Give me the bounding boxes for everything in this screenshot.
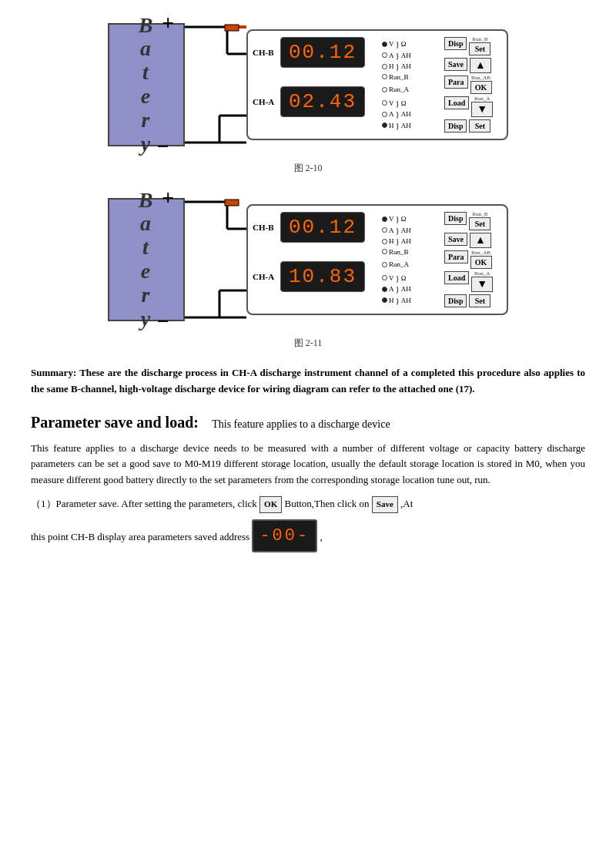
chb-label1: CH-B [253, 48, 277, 57]
buttons1: Disp Run_B Set Save ▲ Para Run_AB O [444, 37, 502, 133]
step2-pre-text: this point CH-B display area parameters … [31, 531, 249, 542]
step1-post-text: ,At [400, 498, 413, 509]
set-btn2-2[interactable]: Set [469, 294, 490, 307]
cha-row1: CH-A 02.43 [253, 86, 377, 117]
chb-display1: 00.12 [280, 37, 365, 68]
cha-ah1: AH [401, 110, 411, 118]
runa-label-above2: Run_A [474, 271, 490, 277]
cha-display1: 02.43 [280, 86, 365, 117]
device-panel2: CH-B 00.12 CH-A 10.83 V } Ω [246, 204, 508, 315]
btn-row2-3: Para Run_AB OK [444, 250, 502, 269]
cha-h-dot1 [382, 123, 387, 128]
parameter-heading-line: Parameter save and load: This feature ap… [31, 410, 585, 435]
up-btn1[interactable]: ▲ [470, 58, 491, 73]
omega1: Ω [401, 40, 407, 48]
a-dot2 [382, 227, 387, 233]
btn-row2-1: Disp Run_B Set [444, 212, 502, 230]
set-btn1[interactable]: Set [469, 42, 490, 55]
down-btn2[interactable]: ▼ [471, 277, 493, 292]
ok-btn2[interactable]: OK [470, 256, 492, 269]
battery2-text: Batery [139, 189, 155, 331]
btn-row1-3: Para Run_AB OK [444, 76, 502, 94]
device-panel1: CH-B 00.12 CH-A 02.43 V } Ω [246, 29, 508, 140]
runb-label2: Run_B [389, 248, 409, 256]
save-btn2[interactable]: Save [444, 233, 467, 246]
cha-ah2: AH [401, 285, 411, 293]
load-btn2[interactable]: Load [444, 271, 469, 284]
cha-display2: 10.83 [280, 261, 365, 292]
channels1: CH-B 00.12 CH-A 02.43 [253, 37, 377, 133]
caption1: 图 2-10 [294, 162, 323, 175]
disp-btn2-1[interactable]: Disp [444, 212, 467, 225]
v-label2: V [389, 215, 394, 223]
ok-with-label2: Run_AB OK [470, 250, 492, 269]
plus-terminal2: + [162, 186, 176, 210]
cha-v-dot1 [382, 100, 387, 106]
up-btn2[interactable]: ▲ [470, 233, 491, 248]
chb-display2: 00.12 [280, 212, 365, 243]
h-dot1 [382, 64, 387, 69]
wiring2-svg [185, 190, 246, 329]
chb-row2: CH-B 00.12 [253, 212, 377, 243]
a-dot1 [382, 52, 387, 58]
disp-btn1-2[interactable]: Disp [444, 119, 467, 133]
caption2: 图 2-11 [294, 337, 323, 350]
address-display: -00- [252, 519, 317, 552]
omega2: Ω [401, 215, 407, 223]
cha-a-dot2 [382, 287, 387, 292]
diagram2-wrapper: Batery + − CH-B [108, 190, 508, 329]
set-btn1-1: Run_B Set [469, 37, 490, 55]
cha-omega1: Ω [401, 99, 407, 107]
runb-dot1 [382, 74, 387, 79]
diagram1-section: Batery + − [31, 15, 585, 175]
cha-a2: A [389, 285, 394, 293]
channels2: CH-B 00.12 CH-A 10.83 [253, 212, 377, 307]
down-with-label2: Run_A ▼ [471, 271, 493, 292]
step2-post-text: , [320, 531, 322, 542]
cha-row2: CH-A 10.83 [253, 261, 377, 292]
step1-mid-text: Button,Then click on [284, 498, 369, 509]
runab-label1: Run_AB [471, 76, 490, 81]
runa-label2: Run_A [389, 260, 409, 268]
a-label2: A [389, 227, 394, 234]
summary-paragraph: Summary: These are the discharge process… [31, 365, 585, 398]
btn-row1-4: Load Run_A ▼ [444, 96, 502, 117]
runb-label-above2: Run_B [473, 212, 488, 217]
ah1: AH [401, 52, 411, 59]
cha-h-dot2 [382, 297, 387, 303]
ok-btn1[interactable]: OK [470, 81, 492, 94]
save-inline-btn[interactable]: Save [372, 496, 398, 513]
set-with-label2: Run_B Set [469, 212, 490, 230]
disp-btn2-2[interactable]: Disp [444, 294, 467, 307]
v-dot1 [382, 42, 387, 47]
runa-dot1 [382, 87, 387, 92]
param-save-step1: （1）Parameter save. After setting the par… [31, 496, 585, 513]
ah2: AH [401, 227, 411, 234]
btn-row2-4: Load Run_A ▼ [444, 271, 502, 292]
v-label1: V [389, 40, 394, 48]
load-btn1[interactable]: Load [444, 96, 469, 109]
set-btn2-1[interactable]: Set [469, 217, 490, 230]
h-dot2 [382, 239, 387, 244]
param-save-step2: this point CH-B display area parameters … [31, 519, 585, 552]
cha-v-dot2 [382, 275, 387, 280]
down-with-label1: Run_A ▼ [471, 96, 493, 117]
cha-a1: A [389, 110, 394, 118]
save-btn1[interactable]: Save [444, 58, 467, 71]
runa-label1: Run_A [389, 86, 409, 93]
cha-h2: H [389, 297, 394, 304]
ah-label2: AH [401, 237, 411, 245]
disp-btn1-1[interactable]: Disp [444, 37, 467, 50]
h-label2: H [389, 237, 394, 245]
minus-terminal2: − [156, 309, 171, 334]
para-btn2[interactable]: Para [444, 250, 468, 264]
ok-inline-btn[interactable]: OK [259, 496, 282, 513]
runb-label1: Run_B [389, 73, 409, 81]
set-btn1-2[interactable]: Set [469, 119, 490, 133]
btn-row2-2: Save ▲ [444, 233, 502, 248]
cha-ah-label2: AH [401, 297, 411, 304]
down-btn1[interactable]: ▼ [471, 102, 493, 117]
indicators1: V } Ω A } AH H } AH Run [382, 37, 440, 133]
para-btn1[interactable]: Para [444, 76, 468, 89]
runb-label-above1: Run_B [473, 37, 488, 42]
